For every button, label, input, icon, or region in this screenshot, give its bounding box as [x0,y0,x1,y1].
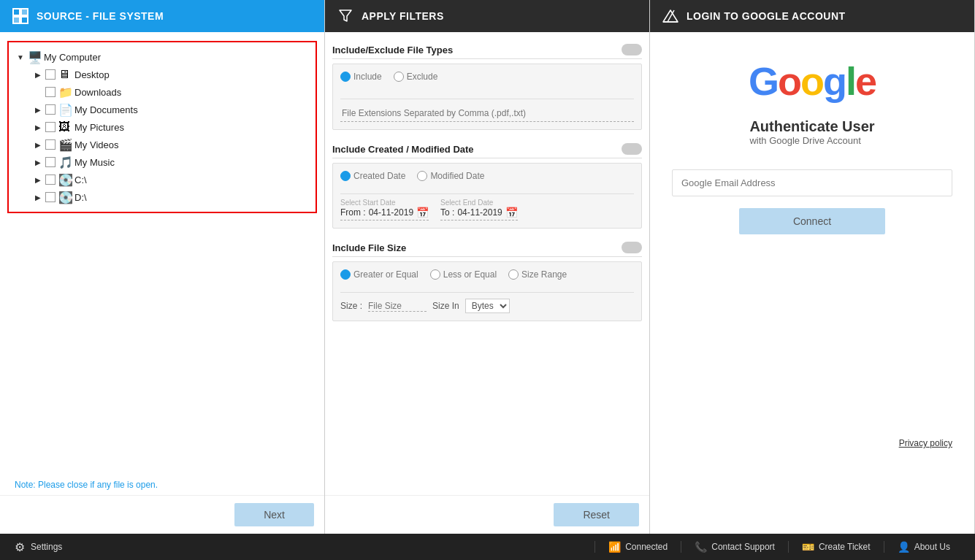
left-panel: SOURCE - FILE SYSTEM ▼ 🖥️ My Computer ▶ … [0,0,325,534]
status-create-ticket[interactable]: 🎫 Create Ticket [788,541,884,553]
tree-item-desktop[interactable]: ▶ 🖥 Desktop [32,66,310,83]
radio-modified[interactable]: Modified Date [417,171,484,181]
radio-group-size: Greater or Equal Less or Equal Size Rang… [340,269,634,280]
icon-myvideos: 🎬 [58,138,72,151]
tree-item-cdrive[interactable]: ▶ 💽 C:\ [32,171,310,188]
checkbox-myvideos[interactable] [45,139,56,150]
icon-cdrive: 💽 [58,173,72,186]
radio-range-label: Size Range [521,269,567,280]
radio-include-circle [340,72,351,82]
label-myvideos: My Videos [74,139,118,150]
filter-section-date-header: Include Created / Modified Date [332,137,642,158]
settings-label[interactable]: Settings [31,542,62,552]
radio-greater-label: Greater or Equal [353,269,418,280]
left-panel-header: SOURCE - FILE SYSTEM [0,0,324,32]
checkbox-mydocuments[interactable] [45,104,56,115]
calendar-from-icon[interactable]: 📅 [416,207,429,218]
label-ddrive: D:\ [74,192,87,203]
checkbox-downloads[interactable] [45,87,56,97]
tree-item-downloads[interactable]: 📁 Downloads [32,83,310,101]
tree-item-ddrive[interactable]: ▶ 💽 D:\ [32,188,310,206]
filter-section-size: Include File Size Greater or Equal Less … [332,236,642,321]
radio-created-label: Created Date [353,171,405,181]
checkbox-desktop[interactable] [45,69,56,80]
toggle-filetype[interactable] [622,44,642,55]
radio-greater-equal[interactable]: Greater or Equal [340,269,418,280]
filter-date-title: Include Created / Modified Date [332,144,474,155]
label-cdrive: C:\ [74,174,87,185]
left-panel-footer: Next [0,495,324,534]
radio-created[interactable]: Created Date [340,171,405,181]
label-mymusic: My Music [74,157,115,168]
toggle-size[interactable] [622,242,642,253]
size-unit-select[interactable]: Bytes KB MB GB [465,299,510,313]
g-letter-e: e [855,59,876,103]
radio-exclude[interactable]: Exclude [394,72,438,82]
date-row: Select Start Date From : 04-11-2019 📅 Se… [340,199,634,220]
label-mydocuments: My Documents [74,104,138,115]
calendar-to-icon[interactable]: 📅 [505,207,518,218]
svg-rect-0 [13,9,20,15]
toggle-date[interactable] [622,143,642,155]
middle-panel-title: APPLY FILTERS [362,10,444,22]
checkbox-mymusic[interactable] [45,157,56,167]
checkbox-ddrive[interactable] [45,192,56,202]
middle-panel-header: APPLY FILTERS [325,0,649,32]
privacy-link[interactable]: Privacy policy [899,438,952,448]
tree-item-mymusic[interactable]: ▶ 🎵 My Music [32,153,310,171]
status-bar: ⚙ Settings 📶 Connected 📞 Contact Support… [0,534,975,560]
radio-size-range[interactable]: Size Range [508,269,567,280]
radio-less-equal[interactable]: Less or Equal [430,269,497,280]
arrow-myvideos: ▶ [34,141,42,149]
size-input[interactable] [368,301,427,312]
checkbox-cdrive[interactable] [45,174,56,185]
status-about-us[interactable]: 👤 About Us [884,541,963,553]
radio-include-label: Include [353,72,382,82]
create-ticket-label: Create Ticket [819,542,871,552]
connect-button[interactable]: Connect [739,208,885,234]
icon-desktop: 🖥 [58,68,72,81]
radio-less-label: Less or Equal [443,269,497,280]
ticket-icon: 🎫 [802,541,814,553]
filter-filetype-inner: Include Exclude [332,64,642,130]
next-button[interactable]: Next [234,503,314,526]
checkbox-mypictures[interactable] [45,122,56,132]
arrow-desktop: ▶ [34,71,42,79]
arrow-mycomputer: ▼ [16,53,25,61]
date-from-field: Select Start Date From : 04-11-2019 📅 [340,199,429,220]
icon-downloads: 📁 [58,85,72,99]
date-to-prefix: To : [440,207,454,218]
radio-exclude-circle [394,72,404,82]
status-contact-support[interactable]: 📞 Contact Support [681,541,788,553]
contact-support-label: Contact Support [711,542,775,552]
radio-exclude-label: Exclude [407,72,438,82]
note-area: Note: Please close if any file is open. [0,473,324,495]
email-input[interactable] [672,169,952,196]
status-bar-right: 📶 Connected 📞 Contact Support 🎫 Create T… [594,541,963,553]
connected-label: Connected [625,542,668,552]
svg-line-5 [668,10,674,22]
filter-section-size-header: Include File Size [332,236,642,257]
tree-item-mydocuments[interactable]: ▶ 📄 My Documents [32,101,310,118]
radio-include[interactable]: Include [340,72,382,82]
right-panel: LOGIN TO GOOGLE ACCOUNT Google Authentic… [650,0,975,534]
radio-range-circle [508,269,519,280]
tree-item-mypictures[interactable]: ▶ 🖼 My Pictures [32,118,310,136]
settings-icon: ⚙ [15,540,25,554]
filter-date-inner: Created Date Modified Date Select Start … [332,163,642,229]
arrow-mymusic: ▶ [34,158,42,166]
filter-filetype-title: Include/Exclude File Types [332,45,453,55]
g-letter-g2: g [823,59,846,103]
g-letter-o2: o [800,59,823,103]
icon-mymusic: 🎵 [58,156,72,169]
reset-button[interactable]: Reset [554,503,639,526]
middle-panel-footer: Reset [325,495,649,534]
file-ext-input[interactable] [340,105,634,122]
radio-group-date: Created Date Modified Date [340,171,634,181]
tree-item-mycomputer[interactable]: ▼ 🖥️ My Computer [15,48,310,66]
tree-item-myvideos[interactable]: ▶ 🎬 My Videos [32,136,310,153]
size-row: Size : Size In Bytes KB MB GB [340,299,634,313]
icon-ddrive: 💽 [58,191,72,204]
status-connected[interactable]: 📶 Connected [594,541,681,553]
status-bar-left: ⚙ Settings [12,540,62,554]
